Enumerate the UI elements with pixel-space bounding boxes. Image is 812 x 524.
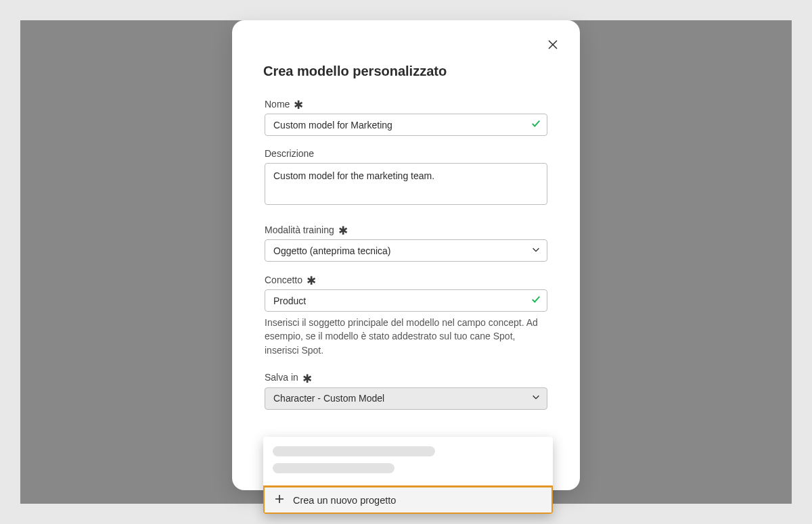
close-button[interactable] [542, 35, 564, 57]
skeleton-row [273, 463, 394, 473]
field-concept: Concetto ✱ Inserisci il soggetto princip… [265, 274, 547, 357]
plus-icon [274, 494, 285, 506]
dropdown-loading-rows [263, 437, 553, 485]
save-in-label: Salva in ✱ [265, 372, 547, 383]
concept-input[interactable] [265, 289, 547, 312]
training-mode-label: Modalità training ✱ [265, 224, 547, 235]
select-value: Oggetto (anteprima tecnica) [273, 245, 391, 256]
name-label: Nome ✱ [265, 98, 547, 110]
check-icon [531, 295, 541, 307]
field-description: Descrizione Custom model for the marketi… [265, 148, 547, 208]
required-asterisk: ✱ [302, 373, 312, 385]
select-value: Character - Custom Model [273, 393, 384, 404]
description-label: Descrizione [265, 148, 547, 159]
label-text: Salva in [265, 372, 298, 383]
concept-label: Concetto ✱ [265, 274, 547, 285]
label-text: Nome [265, 99, 290, 110]
close-icon [547, 39, 558, 53]
create-new-project-button[interactable]: Crea un nuovo progetto [263, 485, 553, 514]
create-custom-model-modal: Crea modello personalizzato Nome ✱ D [232, 20, 580, 490]
required-asterisk: ✱ [338, 225, 348, 237]
label-text: Concetto [265, 275, 302, 285]
concept-help-text: Inserisci il soggetto principale del mod… [265, 316, 547, 357]
field-name: Nome ✱ [265, 98, 547, 136]
check-icon [531, 119, 541, 131]
training-mode-select[interactable]: Oggetto (anteprima tecnica) [265, 239, 547, 262]
name-input[interactable] [265, 114, 547, 136]
label-text: Descrizione [265, 148, 314, 159]
save-in-select[interactable]: Character - Custom Model [265, 387, 547, 410]
modal-title: Crea modello personalizzato [263, 64, 549, 79]
description-textarea[interactable]: Custom model for the marketing team. [265, 163, 547, 205]
create-new-project-label: Crea un nuovo progetto [293, 495, 396, 506]
required-asterisk: ✱ [294, 99, 303, 111]
save-in-dropdown: Crea un nuovo progetto [263, 437, 553, 514]
label-text: Modalità training [265, 224, 334, 235]
skeleton-row [273, 446, 435, 456]
required-asterisk: ✱ [307, 275, 316, 287]
field-training-mode: Modalità training ✱ Oggetto (anteprima t… [265, 224, 547, 262]
field-save-in: Salva in ✱ Character - Custom Model [265, 372, 547, 410]
